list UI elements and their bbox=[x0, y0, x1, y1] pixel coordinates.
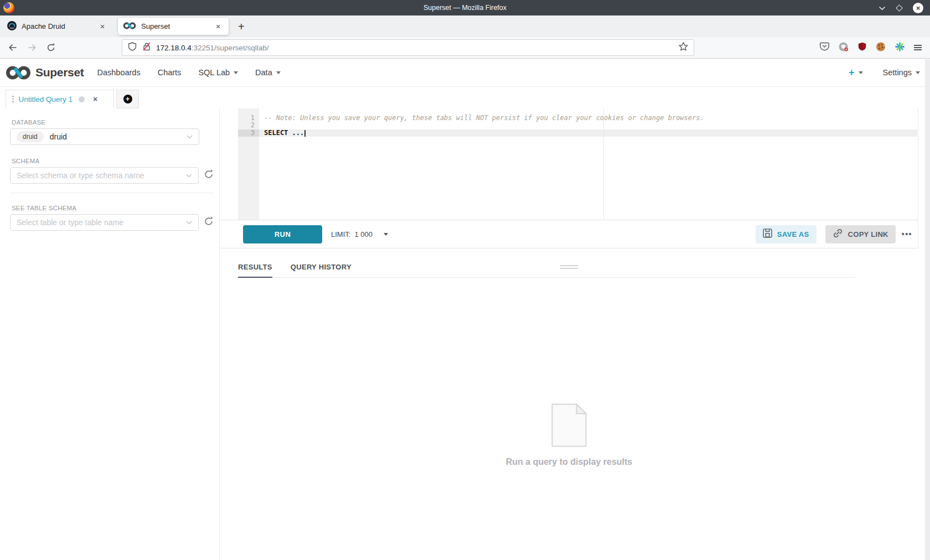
window-title: Superset — Mozilla Firefox bbox=[0, 4, 930, 12]
mask-extension-icon[interactable] bbox=[839, 42, 849, 54]
chevron-down-icon bbox=[187, 135, 193, 139]
browser-tabstrip: Apache Druid × Superset × + bbox=[0, 15, 930, 37]
schema-label: SCHEMA bbox=[12, 158, 214, 164]
run-button[interactable]: RUN bbox=[243, 225, 322, 243]
query-tab-bar: Untitled Query 1 × + bbox=[0, 87, 930, 108]
database-select[interactable]: druid druid bbox=[10, 128, 199, 145]
save-as-button[interactable]: SAVE AS bbox=[756, 225, 817, 243]
empty-state-text: Run a query to display results bbox=[506, 457, 633, 467]
browser-tab-label: Apache Druid bbox=[22, 22, 97, 30]
drag-handle-icon[interactable] bbox=[12, 95, 14, 103]
code-line: SELECT ... bbox=[259, 129, 917, 137]
window-minimize-button[interactable] bbox=[879, 3, 886, 13]
browser-toolbar: 172.18.0.4:32251/superset/sqllab/ bbox=[0, 37, 930, 59]
back-button[interactable] bbox=[4, 43, 21, 52]
app-navbar: Superset Dashboards Charts SQL Lab Data … bbox=[0, 59, 930, 87]
line-number: 3 bbox=[238, 129, 259, 137]
database-value: druid bbox=[50, 132, 67, 141]
line-number: 2 bbox=[238, 122, 259, 129]
editor-gutter: 1 2 3 bbox=[238, 108, 259, 220]
asterisk-extension-icon[interactable] bbox=[895, 42, 905, 54]
plus-circle-icon: + bbox=[123, 95, 132, 103]
sql-editor[interactable]: 1 2 3 -- Note: Unless you save your quer… bbox=[220, 108, 918, 220]
url-host: 172.18.0.4 bbox=[156, 44, 192, 52]
pane-resize-handle[interactable] bbox=[560, 265, 578, 271]
sidebar-divider bbox=[10, 193, 214, 193]
screen: Superset — Mozilla Firefox × Apache Drui… bbox=[0, 0, 930, 560]
editor-pane: 1 2 3 -- Note: Unless you save your quer… bbox=[220, 108, 918, 560]
more-options-button[interactable]: ••• bbox=[902, 230, 912, 238]
schema-select[interactable]: Select schema or type schema name bbox=[10, 167, 199, 184]
editor-code-area: -- Note: Unless you save your query, the… bbox=[259, 108, 917, 220]
url-field[interactable]: 172.18.0.4:32251/superset/sqllab/ bbox=[122, 39, 694, 56]
pocket-icon[interactable] bbox=[820, 42, 829, 53]
copy-link-button[interactable]: COPY LINK bbox=[825, 225, 896, 243]
forward-button[interactable] bbox=[24, 43, 40, 52]
line-number: 1 bbox=[238, 115, 259, 122]
schema-placeholder: Select schema or type schema name bbox=[17, 171, 144, 180]
query-tab-untitled-query-1[interactable]: Untitled Query 1 × bbox=[6, 90, 114, 108]
bookmark-star-icon[interactable] bbox=[679, 42, 688, 53]
new-shortcut-menu[interactable]: + bbox=[849, 67, 863, 79]
caret-down-icon bbox=[859, 71, 863, 74]
table-schema-label: SEE TABLE SCHEMA bbox=[12, 205, 214, 211]
menu-button[interactable] bbox=[914, 43, 922, 52]
page-scrollbar[interactable] bbox=[925, 59, 930, 560]
results-empty-state: Run a query to display results bbox=[220, 403, 918, 467]
limit-value: 1 000 bbox=[354, 230, 373, 238]
url-path: :32251/superset/sqllab/ bbox=[192, 44, 269, 52]
window-maximize-button[interactable] bbox=[896, 4, 903, 12]
table-select[interactable]: Select table or type table name bbox=[10, 214, 199, 231]
url-text: 172.18.0.4:32251/superset/sqllab/ bbox=[156, 44, 268, 52]
chevron-down-icon bbox=[186, 174, 192, 178]
refresh-schemas-button[interactable] bbox=[204, 169, 214, 182]
link-icon bbox=[833, 229, 843, 240]
database-label: DATABASE bbox=[12, 119, 214, 126]
close-icon[interactable]: × bbox=[213, 22, 224, 31]
browser-tab-label: Superset bbox=[141, 22, 213, 30]
firefox-icon bbox=[3, 2, 14, 13]
caret-down-icon bbox=[384, 233, 388, 236]
tab-query-history[interactable]: QUERY HISTORY bbox=[291, 263, 352, 278]
refresh-tables-button[interactable] bbox=[204, 216, 214, 229]
cookie-extension-icon[interactable] bbox=[876, 42, 886, 54]
new-query-tab-button[interactable]: + bbox=[116, 90, 139, 108]
browser-tab-apache-druid[interactable]: Apache Druid × bbox=[2, 18, 113, 35]
sqllab-sidebar: DATABASE druid druid SCHEMA Select schem… bbox=[0, 108, 220, 560]
insecure-lock-icon[interactable] bbox=[143, 42, 151, 53]
query-tab-label: Untitled Query 1 bbox=[19, 95, 73, 103]
caret-down-icon bbox=[916, 71, 920, 74]
caret-down-icon bbox=[276, 71, 281, 74]
superset-infinity-icon bbox=[6, 65, 31, 80]
settings-menu[interactable]: Settings bbox=[883, 68, 920, 77]
chevron-down-icon bbox=[186, 221, 192, 225]
new-browser-tab-button[interactable]: + bbox=[234, 21, 249, 32]
ublock-extension-icon[interactable] bbox=[858, 42, 866, 53]
tab-results[interactable]: RESULTS bbox=[238, 263, 272, 278]
code-line: -- Note: Unless you save your query, the… bbox=[264, 115, 917, 122]
database-type-pill: druid bbox=[17, 131, 44, 142]
table-placeholder: Select table or type table name bbox=[17, 218, 123, 227]
results-pane: RESULTS QUERY HISTORY Run a query to dis… bbox=[220, 263, 918, 560]
sql-toolbar: RUN LIMIT: 1 000 SAVE AS bbox=[220, 220, 918, 248]
window-titlebar: Superset — Mozilla Firefox × bbox=[0, 0, 930, 15]
tracking-shield-icon[interactable] bbox=[128, 42, 137, 53]
nav-item-dashboards[interactable]: Dashboards bbox=[97, 68, 140, 77]
window-close-button[interactable]: × bbox=[913, 3, 923, 13]
nav-item-charts[interactable]: Charts bbox=[158, 68, 182, 77]
druid-favicon-icon bbox=[7, 21, 17, 32]
caret-down-icon bbox=[234, 71, 238, 74]
superset-favicon-icon bbox=[123, 22, 136, 32]
brand-name: Superset bbox=[35, 66, 84, 79]
nav-item-sql-lab[interactable]: SQL Lab bbox=[198, 68, 238, 77]
results-tab-bar: RESULTS QUERY HISTORY bbox=[238, 263, 855, 278]
reload-button[interactable] bbox=[43, 43, 59, 52]
limit-dropdown[interactable]: LIMIT: 1 000 bbox=[331, 230, 388, 238]
browser-tab-superset[interactable]: Superset × bbox=[118, 18, 229, 35]
close-icon[interactable]: × bbox=[97, 22, 108, 31]
superset-logo[interactable]: Superset bbox=[6, 65, 84, 80]
nav-item-data[interactable]: Data bbox=[255, 68, 281, 77]
close-icon[interactable]: × bbox=[93, 95, 97, 103]
save-icon bbox=[763, 229, 772, 240]
code-line bbox=[264, 122, 917, 129]
